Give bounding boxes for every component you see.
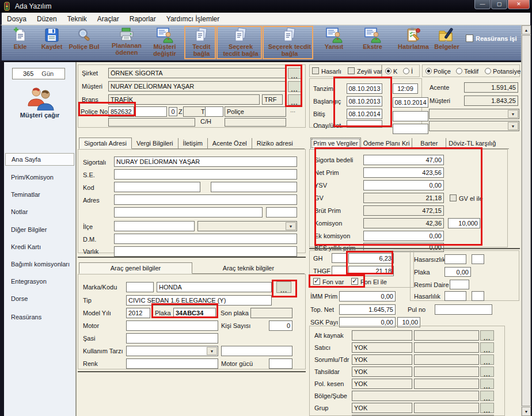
dropdown-arrow-icon[interactable]: ▼	[286, 222, 296, 230]
motor-field[interactable]	[126, 320, 218, 331]
gh-rate-field[interactable]	[332, 253, 348, 263]
tahsildar-browse-button[interactable]: ...	[480, 367, 494, 377]
reasurans-isi-checkbox[interactable]	[466, 35, 473, 42]
ilce-combo[interactable]: ▼	[197, 221, 297, 231]
hasarlilik-extra-field[interactable]	[472, 291, 484, 301]
menu-dosya[interactable]: Dosya	[2, 13, 32, 25]
zeyili-var-checkbox[interactable]	[348, 67, 355, 74]
grup-browse-button[interactable]: ...	[480, 403, 494, 413]
sidebar-item-teminatlar[interactable]: Teminatlar	[5, 188, 74, 201]
hasarli-checkbox[interactable]	[312, 67, 319, 74]
hatirlatma-button[interactable]: Hatırlatma	[394, 27, 432, 59]
amount-combo-1[interactable]: ▼	[429, 109, 519, 119]
tahsildar-field-2[interactable]	[414, 367, 479, 377]
alt-kaynak-field-1[interactable]	[352, 330, 412, 341]
ekle-button[interactable]: Ekle	[6, 27, 34, 59]
tanzim-date-field[interactable]: 08.10.2013	[347, 83, 382, 94]
secerek-tecdit-bagla-button-2[interactable]: Seçerek tecdit bağla	[265, 27, 314, 59]
police-no-field[interactable]: 852632	[108, 106, 134, 117]
police-browse-dots[interactable]: ...	[290, 106, 295, 113]
kaydet-button[interactable]: Kaydet	[36, 27, 67, 59]
hasarsizlik-field[interactable]	[444, 254, 466, 264]
motor-gucu-field[interactable]	[269, 358, 292, 369]
sigorta-bedeli-field[interactable]: 47,00	[363, 155, 444, 165]
kullanim-extra-field[interactable]	[221, 346, 292, 356]
varlik-field[interactable]	[114, 246, 297, 257]
gh-value-field[interactable]: 6,23	[348, 253, 394, 264]
secerek-tecdit-bagla-button-1[interactable]: Seçerek tecdit bağla	[219, 27, 262, 59]
komisyon-rate-field[interactable]: 10,000	[448, 218, 480, 228]
baslangic-date-field[interactable]: 08.10.2013	[347, 96, 382, 106]
top-net-field[interactable]: 1.645,75	[339, 304, 396, 315]
musteri-browse-button[interactable]: ...	[288, 81, 301, 92]
date-extra-field-1[interactable]	[393, 111, 428, 121]
tab-arac-genel[interactable]: Araç genel bilgiler	[79, 262, 192, 274]
vertical-scrollbar[interactable]: ▲ ▼	[521, 25, 531, 416]
gv-el-ile-checkbox[interactable]	[450, 194, 457, 201]
menu-yardimci-islemler[interactable]: Yardımcı İşlemler	[161, 13, 225, 25]
tab-acente-ozel[interactable]: Acente Özel	[208, 138, 252, 148]
belgeler-button[interactable]: Belgeler	[430, 27, 463, 59]
satici-browse-button[interactable]: ...	[480, 342, 494, 353]
police-no-field-2[interactable]	[135, 106, 167, 117]
musteri-field[interactable]: NURAY DELİORMAN YAŞAR	[108, 81, 286, 91]
bolge-sube-field[interactable]	[352, 391, 479, 401]
tab-odeme-plani[interactable]: Ödeme Planı Kri	[361, 138, 413, 148]
tab-vergi-bilgileri[interactable]: Vergi Bilgileri	[132, 138, 178, 148]
sidebar-item-bagimli-komisyonlari[interactable]: Bağımlı komisyonları	[5, 258, 74, 270]
dropdown-arrow-icon[interactable]: ▼	[508, 110, 518, 118]
adres-field-1[interactable]	[114, 194, 297, 205]
tip-field[interactable]: CIVIC SEDAN 1.6 ELEGANCE (Y)	[126, 295, 272, 306]
onay-date-field[interactable]: . .	[347, 120, 382, 128]
tahsildar-field-1[interactable]: YOK	[352, 367, 412, 377]
potansiyel-radio[interactable]	[485, 68, 491, 74]
sorumlu-field-2[interactable]	[414, 354, 479, 365]
tab-doviz-tl[interactable]: Döviz-TL karşılığ	[446, 138, 498, 148]
bitis-date-field[interactable]: 08.10.2014	[347, 109, 382, 119]
marka-field[interactable]: HONDA	[157, 282, 272, 292]
amount-combo-2[interactable]: ▼	[429, 121, 519, 131]
ekstre-button[interactable]: Ekstre	[355, 27, 390, 59]
sidebar-item-dorse[interactable]: Dorse	[5, 292, 74, 305]
grup-field-2[interactable]	[414, 403, 479, 413]
sirket-field[interactable]: ÖRNEK SİGORTA	[108, 68, 286, 78]
musteri-degistir-button[interactable]: Müşteri değiştir	[147, 27, 183, 59]
grup-field-1[interactable]: YOK	[352, 403, 412, 413]
dropdown-arrow-icon[interactable]: ▼	[508, 122, 518, 130]
ysv-field[interactable]: 0,00	[363, 180, 444, 190]
zeyil-field[interactable]: 0	[169, 107, 177, 116]
sigortali-field[interactable]: NURAY DELİORMAN YAŞAR	[114, 157, 297, 167]
tab-barter[interactable]: Barter	[412, 138, 446, 148]
baslangic-end-date-field[interactable]: 08.10.2014	[393, 97, 428, 108]
tab-iletisim[interactable]: İletişim	[178, 138, 208, 148]
sidebar-item-entegrasyon[interactable]: Entegrasyon	[5, 275, 74, 288]
brans-browse-button[interactable]: ...	[288, 94, 301, 105]
dm-field[interactable]	[114, 234, 297, 244]
resmi-daire-field[interactable]	[450, 280, 469, 289]
menu-duzen[interactable]: Düzen	[32, 13, 62, 25]
marka-kodu-field[interactable]	[126, 282, 154, 292]
sidebar-item-reasurans[interactable]: Reasürans	[5, 311, 74, 323]
plaka-indirim-field[interactable]: 0,00	[444, 267, 471, 277]
date-extra-field-2[interactable]	[393, 124, 428, 134]
sidebar-item-ana-sayfa[interactable]: Ana Sayfa	[5, 153, 74, 166]
satici-field-2[interactable]	[414, 342, 479, 353]
adres-field-3[interactable]	[266, 207, 297, 217]
sasi-field[interactable]	[126, 333, 218, 344]
brans-code-field[interactable]: TRF	[262, 94, 283, 105]
alt-kaynak-field-2[interactable]	[414, 330, 479, 341]
tecdit-bagla-button[interactable]: Tecdit bağla	[187, 27, 216, 59]
tanzim-time-field[interactable]: 12:09	[393, 83, 418, 94]
sorumlu-browse-button[interactable]: ...	[480, 354, 494, 365]
tab-riziko-adresi[interactable]: Riziko adresi	[252, 138, 298, 148]
dropdown-arrow-icon[interactable]: ▼	[207, 347, 217, 355]
thgf-value-field[interactable]: 21,18	[348, 266, 394, 276]
fon-el-ile-checkbox[interactable]	[351, 278, 358, 285]
menu-araclar[interactable]: Araçlar	[92, 13, 124, 25]
pol-kesen-field-2[interactable]	[414, 379, 479, 389]
model-yili-field[interactable]: 2012	[126, 308, 150, 318]
thgf-rate-field[interactable]	[332, 266, 348, 276]
hasarsizlik-extra-field[interactable]	[472, 254, 484, 264]
pol-kesen-browse-button[interactable]: ...	[480, 379, 494, 389]
sorumlu-field-1[interactable]: YOK	[352, 354, 412, 365]
